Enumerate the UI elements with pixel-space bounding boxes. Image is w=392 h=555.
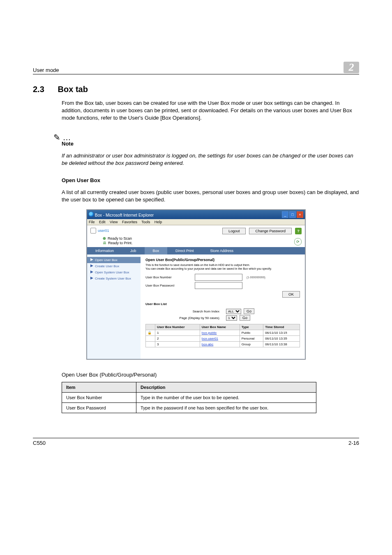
col-type: Type [240,324,263,330]
window-close-button[interactable]: × [297,211,303,218]
section-heading: 2.3 Box tab [33,85,359,94]
scanner-icon: ⬣ [103,236,106,240]
svg-marker-1 [90,264,93,267]
box-link[interactable]: box-user01 [202,337,218,340]
footer-model: C550 [33,440,46,446]
info-desc: Type in the number of the user box to be… [136,393,316,403]
window-minimize-button[interactable]: _ [282,211,288,218]
info-col-description: Description [136,382,316,393]
menu-file[interactable]: File [89,220,95,224]
open-user-box-paragraph: A list of all currently created user box… [62,189,359,204]
tab-box[interactable]: Box [145,247,168,254]
ie-icon [89,212,94,217]
refresh-icon[interactable]: ⟳ [294,238,302,245]
table-row[interactable]: 2 box-user01 Personal 06/11/10 13:35 [146,336,300,342]
screenshot-box-window: Box - Microsoft Internet Explorer _ □ × … [87,210,305,359]
col-user-box-name: User Box Name [200,324,240,330]
col-user-box-number: User Box Number [155,324,200,330]
running-head: User mode [33,67,59,73]
user-box-number-hint: (1-999999999) [247,276,265,279]
window-title: Box - Microsoft Internet Explorer [95,213,154,217]
tab-information[interactable]: Information [87,247,122,254]
panel-title: Open User Box(Public/Group/Personal) [145,258,300,262]
menu-view[interactable]: View [110,220,118,224]
menu-edit[interactable]: Edit [99,220,106,224]
search-go-button[interactable]: Go [244,308,254,314]
search-from-index-select[interactable]: ALL [226,309,241,314]
info-desc: Type in the password if one has been spe… [136,403,316,413]
status-scan: Ready to Scan [108,236,132,240]
box-link[interactable]: box-public [202,331,217,335]
section-number: 2.3 [33,85,55,94]
sidebar-item-create-system-user-box[interactable]: Create System User Box [87,275,141,282]
user-box-list-heading: User Box List [145,302,300,306]
page-go-button[interactable]: Go [240,315,250,321]
user-box-table: User Box Number User Box Name Type Time … [145,324,300,347]
sidebar-item-label: Create System User Box [95,277,131,280]
footer-page: 2-16 [348,440,359,446]
menu-tools[interactable]: Tools [141,220,150,224]
logout-button[interactable]: Logout [222,228,246,234]
table-row[interactable]: 3 box-abc Group 06/11/10 13:38 [146,342,300,347]
printer-icon: 🖶 [103,241,106,245]
section-title: Box tab [58,85,88,94]
intro-paragraph: From the Box tab, user boxes can be crea… [62,99,359,122]
menu-favorites[interactable]: Favorites [122,220,137,224]
help-icon[interactable]: ? [295,228,302,234]
tab-job[interactable]: Job [122,247,145,254]
ok-button[interactable]: OK [282,291,300,298]
box-link[interactable]: box-abc [202,342,213,346]
sidebar-item-label: Open System User Box [95,271,129,274]
svg-marker-3 [90,277,93,280]
user-box-number-input[interactable] [195,274,242,281]
info-col-item: Item [62,382,136,393]
ie-menu-bar[interactable]: File Edit View Favorites Tools Help [87,219,305,225]
tab-store-address[interactable]: Store Address [202,247,242,254]
page-display-label: Page (Display by 50 cases) [145,316,224,320]
status-print: Ready to Print. [108,241,133,245]
window-maximize-button[interactable]: □ [289,211,296,218]
sidebar-item-create-user-box[interactable]: Create User Box [87,263,141,269]
lock-icon: 🔒 [146,330,155,336]
svg-marker-2 [90,271,93,273]
info-item: User Box Password [62,403,136,413]
panel-desc-line2: You can create Box according to your pur… [145,267,300,271]
tab-direct-print[interactable]: Direct Print [167,247,202,254]
search-from-index-label: Search from Index [145,310,224,313]
sidebar-item-open-system-user-box[interactable]: Open System User Box [87,269,141,275]
info-item: User Box Number [62,393,136,403]
user-box-password-input[interactable] [195,282,242,289]
chapter-badge: 2 [344,62,359,73]
sidebar-item-label: Create User Box [95,264,119,268]
tab-strip: Information Job Box Direct Print Store A… [87,247,305,254]
panel-desc-line1: This is the function to save document da… [145,264,300,267]
user-box-password-label: User Box Password [145,284,191,287]
menu-help[interactable]: Help [154,220,162,224]
svg-marker-0 [90,258,93,261]
username-label: user01 [98,229,109,233]
note-body: If an administrator or user box administ… [62,152,359,167]
page-select[interactable]: 1 [226,315,237,321]
note-heading: Note [62,141,359,147]
user-icon [90,228,96,234]
table-caption: Open User Box (Public/Group/Personal) [62,372,359,378]
change-password-button[interactable]: Change Password [249,228,292,234]
table-row[interactable]: 🔒 1 box-public Public 06/11/10 13:15 [146,330,300,336]
sidebar-item-label: Open User Box [95,258,118,262]
user-box-number-label: User Box Number [145,275,191,279]
open-user-box-heading: Open User Box [62,177,359,183]
col-time-stored: Time Stored [263,324,300,330]
sidebar-item-open-user-box[interactable]: Open User Box [87,257,141,263]
description-table: Item Description User Box Number Type in… [62,382,316,413]
